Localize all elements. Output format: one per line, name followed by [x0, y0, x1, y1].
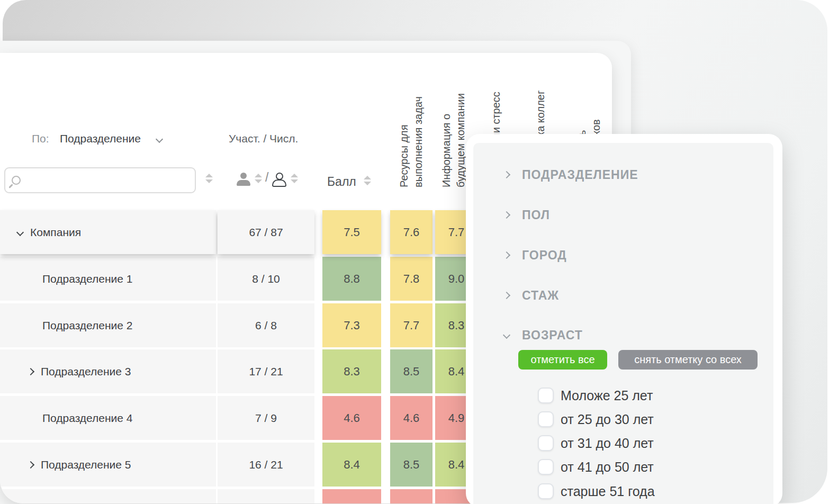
- filter-panel: ПОДРАЗДЕЛЕНИЕПОЛГОРОДСТАЖВОЗРАСТ отметит…: [466, 134, 782, 504]
- age-option-row: от 41 до 50 лет: [473, 458, 773, 476]
- age-option-checkbox[interactable]: [538, 388, 554, 403]
- chevron-right-icon[interactable]: [503, 211, 510, 219]
- chevron-right-icon[interactable]: [503, 251, 510, 259]
- person-outline-icon: [272, 173, 287, 187]
- sort-score-icon[interactable]: [364, 176, 371, 185]
- deselect-all-button[interactable]: снять отметку со всех: [618, 350, 758, 370]
- row-expand-icon[interactable]: [27, 461, 34, 468]
- filter-section-collapsed[interactable]: ГОРОД: [473, 244, 773, 267]
- table-row-name-cell[interactable]: Подразделение 2: [0, 303, 216, 347]
- age-option-checkbox[interactable]: [538, 459, 554, 475]
- screenshot-root: По: Подразделение Участ. / Числ. / Балл …: [0, 0, 829, 504]
- filter-section-label: ПОЛ: [522, 208, 550, 222]
- score-cell: 4.6: [322, 396, 381, 440]
- chevron-right-icon[interactable]: [503, 171, 510, 178]
- score-cell: 8.4: [322, 443, 381, 487]
- row-expand-icon[interactable]: [27, 367, 34, 375]
- row-name-label: Подразделение 4: [42, 412, 133, 425]
- age-option-checkbox[interactable]: [538, 483, 554, 499]
- table-row-name-cell[interactable]: Компания: [0, 210, 216, 254]
- group-by-label: По:: [32, 132, 49, 145]
- score-column-header: Балл: [327, 175, 356, 189]
- filter-section-label: ГОРОД: [522, 248, 567, 263]
- row-collapse-icon[interactable]: [16, 228, 24, 236]
- score-cell: 8.5: [390, 349, 432, 393]
- table-row-participants-cell: 7 / 9: [218, 396, 314, 440]
- age-option-label: Моложе 25 лет: [561, 388, 653, 403]
- filter-panel-body: ПОДРАЗДЕЛЕНИЕПОЛГОРОДСТАЖВОЗРАСТ отметит…: [473, 143, 773, 504]
- score-cell: 7.6: [390, 210, 432, 254]
- score-cell: [390, 489, 432, 503]
- score-cell: 7.5: [322, 210, 381, 254]
- chevron-right-icon[interactable]: [503, 292, 510, 299]
- filter-section-label: ПОДРАЗДЕЛЕНИЕ: [522, 168, 638, 182]
- chevron-down-icon[interactable]: [503, 331, 510, 339]
- table-row-participants-cell: [218, 489, 314, 503]
- row-name-label: Подразделение 3: [41, 365, 131, 378]
- filter-section-expanded[interactable]: ВОЗРАСТ: [473, 323, 773, 347]
- slash-separator: /: [265, 170, 268, 185]
- score-cell: 8.5: [390, 443, 432, 487]
- sort-name-icon[interactable]: [205, 174, 213, 183]
- group-by-value[interactable]: Подразделение: [60, 132, 141, 145]
- filter-section-label: ВОЗРАСТ: [522, 328, 583, 343]
- age-option-row: старше 51 года: [473, 482, 773, 500]
- filter-section-collapsed[interactable]: ПОЛ: [473, 203, 773, 227]
- age-option-checkbox[interactable]: [538, 435, 554, 451]
- score-cell: [322, 489, 381, 503]
- table-row-participants-cell: 16 / 21: [218, 443, 314, 487]
- search-icon: [12, 176, 21, 185]
- age-option-checkbox[interactable]: [538, 411, 554, 427]
- select-all-button[interactable]: отметить все: [518, 350, 607, 370]
- age-option-row: Моложе 25 лет: [473, 386, 773, 404]
- score-cell: 7.7: [390, 303, 432, 347]
- participants-column-header: Участ. / Числ.: [229, 132, 298, 145]
- filter-section-collapsed[interactable]: ПОДРАЗДЕЛЕНИЕ: [473, 163, 773, 186]
- age-option-row: от 31 до 40 лет: [473, 434, 773, 452]
- age-option-label: от 25 до 30 лет: [561, 412, 654, 427]
- table-row-participants-cell: 67 / 87: [218, 210, 314, 254]
- chevron-down-icon[interactable]: [156, 136, 163, 143]
- person-solid-icon: [237, 173, 250, 186]
- table-row-participants-cell: 6 / 8: [218, 303, 314, 347]
- sort-total-icon[interactable]: [291, 174, 298, 183]
- table-row-participants-cell: 17 / 21: [218, 349, 314, 393]
- search-box: [4, 167, 196, 193]
- score-cell: 7.3: [322, 303, 381, 347]
- row-name-label: Подразделение 5: [41, 458, 131, 471]
- age-option-row: от 25 до 30 лет: [473, 410, 773, 428]
- score-cell: 8.3: [322, 349, 381, 393]
- table-row-name-cell[interactable]: Подразделение 5: [0, 443, 216, 487]
- score-cell: 4.6: [390, 396, 432, 440]
- table-row-participants-cell: 8 / 10: [218, 257, 314, 301]
- filter-section-label: СТАЖ: [522, 289, 559, 303]
- search-input[interactable]: [26, 174, 195, 187]
- row-name-label: Компания: [30, 226, 81, 239]
- sort-participants-icon[interactable]: [255, 174, 262, 183]
- table-row-name-cell[interactable]: Подразделение 3: [0, 349, 216, 393]
- table-row-name-cell[interactable]: Подразделение 1: [0, 257, 216, 301]
- age-option-label: от 41 до 50 лет: [561, 460, 654, 475]
- table-row-name-cell[interactable]: [0, 489, 216, 503]
- age-option-label: от 31 до 40 лет: [561, 436, 654, 451]
- score-cell: 7.8: [390, 257, 432, 301]
- row-name-label: Подразделение 1: [42, 273, 133, 285]
- table-row-name-cell[interactable]: Подразделение 4: [0, 396, 216, 440]
- age-option-label: старше 51 года: [561, 484, 655, 499]
- row-name-label: Подразделение 2: [42, 319, 133, 332]
- filter-section-collapsed[interactable]: СТАЖ: [473, 284, 773, 307]
- score-cell: 8.8: [322, 257, 381, 301]
